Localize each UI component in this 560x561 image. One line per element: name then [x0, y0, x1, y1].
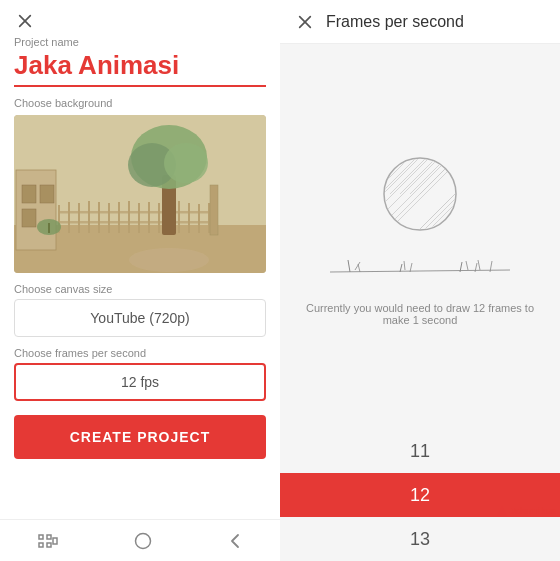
svg-rect-32	[210, 185, 218, 235]
right-panel: Frames per second	[280, 0, 560, 561]
svg-rect-24	[58, 211, 212, 214]
fps-picker: 11 12 13	[280, 429, 560, 561]
svg-line-44	[350, 159, 385, 194]
background-preview[interactable]	[14, 115, 266, 273]
svg-line-74	[404, 261, 405, 270]
nav-home[interactable]	[134, 532, 152, 550]
fps-value: 12 fps	[121, 374, 159, 390]
svg-rect-21	[188, 203, 190, 233]
svg-line-61	[385, 157, 390, 162]
svg-rect-37	[47, 543, 51, 547]
svg-rect-36	[47, 535, 51, 539]
svg-rect-38	[53, 538, 57, 544]
right-panel-title: Frames per second	[326, 13, 464, 31]
fps-label: Choose frames per second	[14, 347, 266, 359]
svg-marker-81	[497, 506, 507, 516]
svg-line-45	[360, 159, 395, 194]
svg-line-79	[478, 260, 480, 270]
svg-line-48	[390, 159, 425, 194]
fps-info-text: Currently you would need to draw 12 fram…	[280, 302, 560, 326]
fps-item-12-label: 12	[410, 485, 430, 506]
bottom-nav	[0, 519, 280, 561]
svg-line-47	[380, 159, 415, 194]
svg-rect-35	[39, 543, 43, 547]
close-button[interactable]	[14, 10, 36, 32]
nav-recent-apps[interactable]	[38, 534, 58, 548]
svg-point-39	[136, 533, 151, 548]
svg-line-64	[430, 204, 455, 229]
canvas-size-value: YouTube (720p)	[90, 310, 189, 326]
svg-rect-17	[148, 202, 150, 233]
right-header: Frames per second	[280, 0, 560, 44]
svg-rect-7	[22, 209, 36, 227]
svg-line-68	[450, 224, 455, 229]
canvas-size-label: Choose canvas size	[14, 283, 266, 295]
svg-line-62	[420, 194, 455, 229]
fps-item-13[interactable]: 13	[280, 517, 560, 561]
svg-line-67	[445, 219, 455, 229]
fps-item-11[interactable]: 11	[280, 429, 560, 473]
project-name-label: Project name	[14, 36, 266, 48]
svg-point-33	[129, 248, 209, 272]
create-project-button[interactable]: CREATE PROJECT	[14, 415, 266, 459]
watermark-text: JalanTikus	[510, 506, 556, 516]
svg-line-56	[385, 157, 440, 212]
nav-back[interactable]	[228, 532, 242, 550]
watermark: JalanTikus	[496, 505, 556, 517]
fps-item-13-label: 13	[410, 529, 430, 550]
svg-rect-15	[128, 201, 130, 233]
svg-rect-25	[58, 221, 212, 224]
svg-rect-22	[198, 204, 200, 233]
svg-rect-16	[138, 203, 140, 233]
svg-rect-12	[98, 202, 100, 233]
background-label: Choose background	[14, 97, 266, 109]
svg-rect-9	[68, 202, 70, 233]
project-title: Jaka Animasi	[14, 50, 266, 87]
svg-rect-14	[118, 202, 120, 233]
svg-rect-5	[22, 185, 36, 203]
left-panel: Project name Jaka Animasi Choose backgro…	[0, 0, 280, 561]
right-close-button[interactable]	[294, 11, 316, 33]
svg-rect-18	[158, 203, 160, 233]
svg-rect-31	[48, 223, 50, 233]
svg-rect-34	[39, 535, 43, 539]
svg-line-77	[466, 261, 468, 270]
svg-rect-11	[88, 201, 90, 233]
svg-line-72	[358, 264, 360, 272]
animation-area: Currently you would need to draw 12 fram…	[280, 44, 560, 429]
fps-item-11-label: 11	[410, 441, 430, 462]
svg-line-69	[330, 270, 510, 272]
svg-rect-23	[208, 203, 210, 233]
svg-rect-6	[40, 185, 54, 203]
svg-rect-10	[78, 203, 80, 233]
svg-rect-13	[108, 203, 110, 233]
svg-point-29	[164, 143, 208, 183]
svg-rect-20	[178, 201, 180, 233]
svg-line-70	[348, 260, 350, 272]
fps-input[interactable]: 12 fps	[14, 363, 266, 401]
svg-line-53	[385, 159, 455, 229]
canvas-size-dropdown[interactable]: YouTube (720p)	[14, 299, 266, 337]
